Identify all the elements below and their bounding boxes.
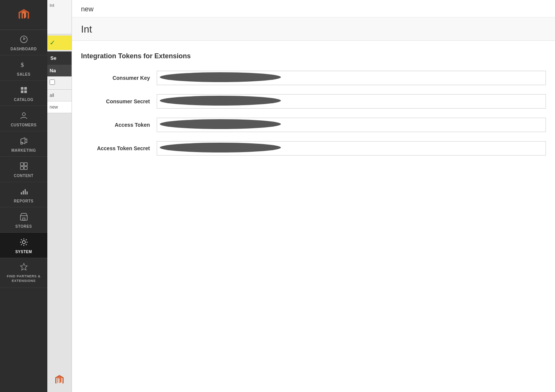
svg-rect-11	[24, 163, 27, 166]
svg-rect-13	[24, 166, 27, 170]
magento-logo-icon	[16, 7, 32, 23]
list-panel-row-new[interactable]: new	[47, 101, 72, 113]
sidebar-item-find-partners-label: FIND PARTNERS & EXTENSIONS	[3, 274, 44, 283]
svg-rect-5	[24, 87, 27, 90]
sidebar-item-catalog[interactable]: CATALOG	[0, 81, 47, 106]
catalog-icon	[20, 86, 28, 95]
find-partners-icon	[20, 263, 28, 272]
sales-icon: $	[20, 61, 28, 70]
access-token-secret-label: Access Token Secret	[81, 145, 157, 151]
yellow-notice: ✓	[47, 36, 72, 50]
svg-rect-12	[20, 166, 23, 170]
page-title-bar: Int	[72, 17, 555, 41]
sidebar-item-reports[interactable]: REPORTS	[0, 182, 47, 207]
svg-point-8	[22, 113, 25, 116]
sidebar-logo	[0, 0, 47, 30]
consumer-secret-input[interactable]	[157, 94, 546, 109]
svg-rect-9	[21, 142, 22, 144]
access-token-input[interactable]	[157, 118, 546, 132]
main-content: new Int Integration Tokens for Extension…	[72, 0, 555, 392]
svg-rect-10	[20, 163, 23, 166]
checkmark-icon: ✓	[50, 39, 55, 47]
svg-rect-6	[21, 90, 23, 93]
svg-rect-15	[23, 191, 24, 194]
svg-marker-21	[20, 263, 27, 270]
sidebar-item-customers[interactable]: CUSTOMERS	[0, 106, 47, 131]
select-all-checkbox[interactable]	[50, 79, 55, 85]
sidebar-item-catalog-label: CATALOG	[14, 98, 33, 102]
list-panel-checkbox-row[interactable]	[47, 76, 72, 90]
sidebar-item-dashboard-label: DASHBOARD	[11, 47, 37, 51]
svg-rect-14	[21, 192, 22, 194]
sidebar-item-stores-label: STORES	[16, 224, 32, 229]
svg-point-2	[23, 39, 24, 40]
svg-rect-16	[25, 189, 26, 194]
sidebar-item-system[interactable]: SYSTEM	[0, 233, 47, 258]
sidebar-item-dashboard[interactable]: DASHBOARD	[0, 30, 47, 55]
sidebar-item-content[interactable]: CONTENT	[0, 157, 47, 182]
reports-icon	[20, 187, 28, 197]
access-token-row: Access Token	[81, 118, 546, 132]
access-token-label: Access Token	[81, 122, 157, 128]
access-token-secret-input[interactable]	[157, 141, 546, 156]
sidebar-item-marketing[interactable]: MARKETING	[0, 131, 47, 157]
svg-rect-4	[21, 87, 23, 90]
consumer-key-label: Consumer Key	[81, 75, 157, 81]
content-area: Integration Tokens for Extensions Consum…	[72, 41, 555, 392]
customers-icon	[20, 111, 28, 121]
marketing-icon	[20, 137, 28, 146]
consumer-key-row: Consumer Key	[81, 71, 546, 85]
list-panel: Int ✓ Se Na all new	[47, 0, 72, 392]
list-panel-name-header: Na	[47, 65, 72, 76]
sidebar-item-system-label: SYSTEM	[15, 250, 32, 254]
sidebar-item-marketing-label: MARKETING	[11, 148, 36, 152]
magento-bottom-logo	[47, 369, 72, 392]
stores-icon	[20, 213, 28, 222]
access-token-input-wrapper	[157, 118, 546, 132]
svg-text:$: $	[21, 62, 24, 68]
consumer-key-input-wrapper	[157, 71, 546, 85]
sidebar-item-content-label: CONTENT	[14, 174, 34, 178]
svg-rect-19	[23, 218, 25, 220]
consumer-key-input[interactable]	[157, 71, 546, 85]
sidebar-item-customers-label: CUSTOMERS	[11, 123, 36, 127]
sidebar-navigation: DASHBOARD $ SALES CATALOG	[0, 30, 47, 288]
magento-bottom-icon	[54, 375, 65, 386]
system-icon	[20, 238, 28, 247]
svg-rect-7	[24, 90, 27, 93]
tokens-form: Consumer Key Consumer Secret	[81, 71, 546, 156]
sidebar-item-find-partners[interactable]: FIND PARTNERS & EXTENSIONS	[0, 258, 47, 288]
consumer-secret-row: Consumer Secret	[81, 94, 546, 109]
access-token-secret-row: Access Token Secret	[81, 141, 546, 156]
dashboard-icon	[20, 35, 28, 45]
svg-rect-17	[27, 191, 28, 194]
section-title: Integration Tokens for Extensions	[81, 52, 546, 60]
consumer-secret-input-wrapper	[157, 94, 546, 109]
breadcrumb: new	[72, 0, 555, 17]
list-panel-search-header: Se	[47, 51, 72, 65]
sidebar-item-sales-label: SALES	[17, 72, 31, 76]
consumer-secret-label: Consumer Secret	[81, 98, 157, 104]
list-panel-row-all[interactable]: all	[47, 90, 72, 101]
sidebar-item-stores[interactable]: STORES	[0, 207, 47, 233]
sidebar-item-reports-label: REPORTS	[14, 199, 34, 203]
page-title: Int	[81, 23, 546, 35]
content-icon	[20, 162, 28, 171]
access-token-secret-input-wrapper	[157, 141, 546, 156]
sidebar: DASHBOARD $ SALES CATALOG	[0, 0, 47, 392]
svg-point-20	[22, 241, 25, 244]
sidebar-item-sales[interactable]: $ SALES	[0, 55, 47, 81]
list-panel-title: Int	[50, 3, 69, 8]
